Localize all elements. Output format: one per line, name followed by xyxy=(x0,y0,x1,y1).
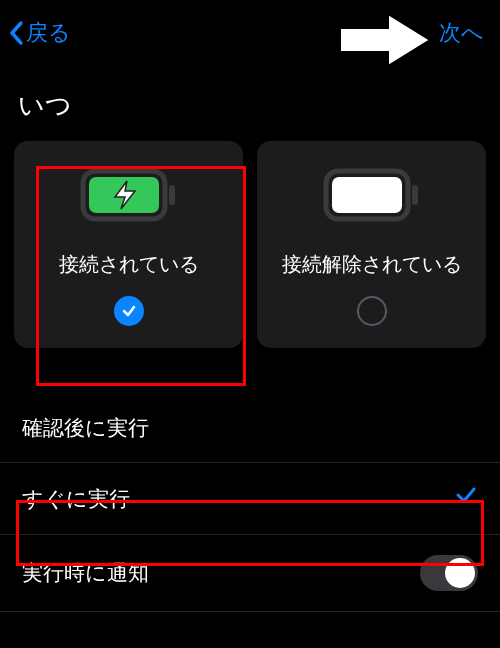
option-disconnected-label: 接続解除されている xyxy=(282,251,462,278)
option-connected-label: 接続されている xyxy=(59,251,199,278)
option-disconnected[interactable]: 接続解除されている xyxy=(257,141,486,348)
row-run-now-label: すぐに実行 xyxy=(22,485,130,513)
chevron-left-icon xyxy=(8,20,24,46)
row-notify: 実行時に通知 xyxy=(0,535,500,612)
radio-selected-icon xyxy=(114,296,144,326)
row-notify-label: 実行時に通知 xyxy=(22,559,149,587)
notify-toggle[interactable] xyxy=(420,555,478,591)
row-confirm-run-label: 確認後に実行 xyxy=(22,414,149,442)
nav-back-label: 戻る xyxy=(26,18,71,48)
svg-rect-4 xyxy=(412,185,418,205)
check-icon xyxy=(454,483,478,514)
row-confirm-run[interactable]: 確認後に実行 xyxy=(0,394,500,463)
battery-full-icon xyxy=(322,167,422,223)
nav-next-button[interactable]: 次へ xyxy=(439,18,484,48)
section-title: いつ xyxy=(0,66,500,141)
row-run-now[interactable]: すぐに実行 xyxy=(0,463,500,535)
svg-rect-1 xyxy=(169,185,175,205)
svg-rect-5 xyxy=(332,177,402,213)
toggle-knob xyxy=(445,558,475,588)
option-connected[interactable]: 接続されている xyxy=(14,141,243,348)
radio-unselected-icon xyxy=(357,296,387,326)
nav-next-label: 次へ xyxy=(439,20,484,45)
battery-charging-icon xyxy=(79,167,179,223)
nav-back-button[interactable]: 戻る xyxy=(8,18,71,48)
